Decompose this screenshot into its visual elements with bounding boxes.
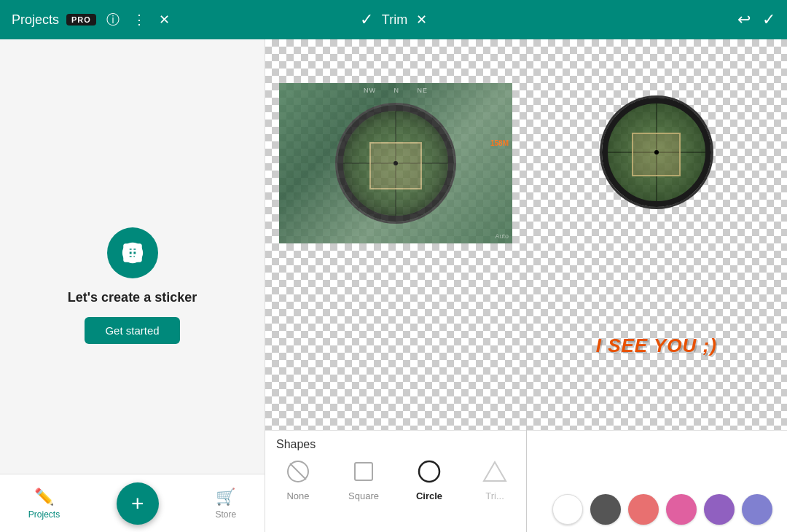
circle-shape-icon: [415, 457, 444, 486]
game-screenshot: NW N NE 158M Auto: [279, 83, 512, 243]
color-swatch-pink[interactable]: [666, 494, 697, 525]
main-editor-area: NW N NE 158M Auto: [265, 39, 787, 532]
done-icon[interactable]: ✓: [762, 10, 775, 29]
store-nav-icon: 🛒: [216, 488, 235, 506]
sidebar: Let's create a sticker Get started: [0, 39, 265, 532]
color-swatch-white[interactable]: [552, 494, 583, 525]
square-shape-icon: [349, 457, 378, 486]
app-header: Projects PRO ⓘ ⋮ ✕ ✓ Trim ✕ ↩ ✓: [0, 0, 787, 39]
projects-nav-icon: ✏️: [34, 488, 54, 506]
store-nav-label: Store: [215, 509, 236, 520]
cancel-header-icon[interactable]: ✕: [416, 12, 427, 28]
distance-indicator: 158M: [490, 139, 509, 147]
none-shape-icon: [283, 457, 313, 486]
sticker-icon: [120, 240, 145, 265]
trim-shape-label: Tri...: [485, 490, 504, 501]
menu-dots-icon[interactable]: ⋮: [130, 9, 149, 31]
result-scope-box: [632, 133, 681, 176]
svg-rect-2: [355, 463, 372, 480]
result-sticker-text: I SEE YOU ;): [596, 335, 717, 357]
svg-point-3: [419, 461, 439, 482]
color-swatch-purple2[interactable]: [742, 494, 772, 525]
canvas-left: NW N NE 158M Auto: [265, 39, 526, 430]
game-auto-label: Auto: [495, 232, 509, 240]
undo-icon[interactable]: ↩: [737, 10, 751, 29]
header-mode-title: Trim: [382, 12, 407, 28]
shape-none[interactable]: None: [276, 457, 320, 501]
canvas-right: I SEE YOU ;): [526, 39, 788, 430]
color-swatch-salmon[interactable]: [628, 494, 659, 525]
svg-line-1: [290, 463, 306, 480]
bottom-navigation: ✏️ Projects + 🛒 Store: [0, 474, 265, 532]
nav-item-projects[interactable]: ✏️ Projects: [28, 488, 60, 520]
header-right: ↩ ✓: [737, 10, 775, 29]
result-scope-dot: [654, 150, 659, 154]
fab-add-button[interactable]: +: [117, 482, 159, 525]
projects-nav-label: Projects: [28, 509, 60, 520]
square-shape-label: Square: [348, 490, 379, 501]
sidebar-divider: [265, 39, 265, 532]
circle-shape-label: Circle: [416, 490, 442, 501]
confirm-header-icon[interactable]: ✓: [360, 10, 373, 29]
shape-circle[interactable]: Circle: [407, 457, 451, 501]
shape-trim[interactable]: Tri...: [473, 457, 517, 501]
trim-shape-icon: [480, 457, 509, 486]
color-swatch-dark[interactable]: [590, 494, 621, 525]
result-scope-circle: [602, 98, 711, 207]
projects-title: Projects: [12, 12, 59, 28]
canvas-section: NW N NE 158M Auto: [265, 39, 787, 430]
pro-badge: PRO: [66, 14, 96, 26]
color-swatch-purple1[interactable]: [704, 494, 735, 525]
fab-icon: +: [131, 493, 144, 515]
scope-dot: [394, 161, 398, 165]
color-swatches: [552, 494, 772, 525]
shape-square[interactable]: Square: [342, 457, 385, 501]
header-center: ✓ Trim ✕: [360, 10, 427, 29]
game-hud: NW N NE: [279, 87, 512, 94]
get-started-button[interactable]: Get started: [85, 317, 179, 344]
sticker-icon-container: [107, 227, 158, 278]
scope-left: [337, 105, 454, 222]
close-left-icon[interactable]: ✕: [156, 9, 173, 31]
sticker-prompt-text: Let's create a sticker: [68, 290, 197, 305]
scope-box: [369, 142, 422, 189]
info-icon[interactable]: ⓘ: [103, 8, 122, 31]
svg-marker-4: [484, 462, 506, 481]
none-shape-label: None: [286, 490, 309, 501]
canvas-divider: [526, 39, 527, 430]
nav-item-store[interactable]: 🛒 Store: [215, 488, 236, 520]
